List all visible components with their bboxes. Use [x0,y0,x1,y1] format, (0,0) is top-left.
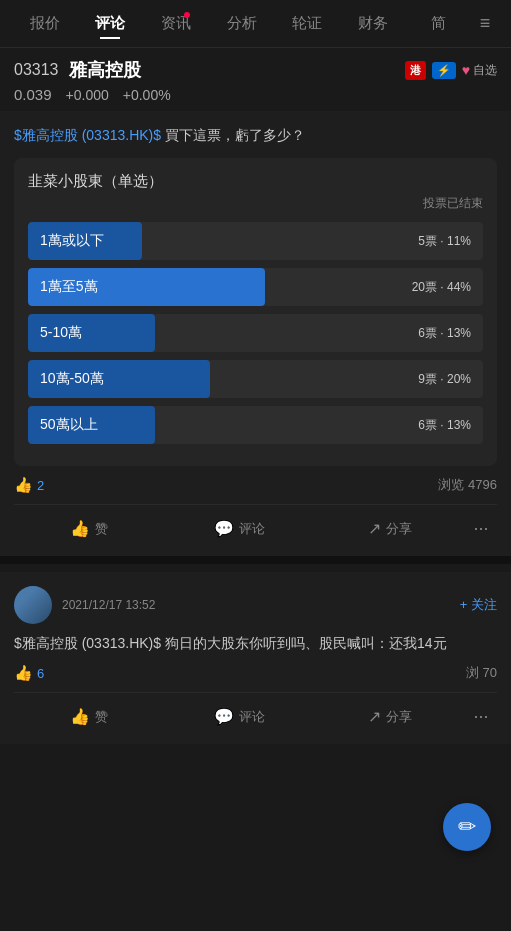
post2-card: 2021/12/17 13:52 + 关注 $雅高控股 (03313.HK)$ … [0,572,511,744]
heart-icon: ♥ [462,62,470,78]
nav-item-warrant[interactable]: 轮证 [274,10,340,37]
news-dot-indicator [184,12,190,18]
follow-badge[interactable]: ♥ 自选 [462,62,497,79]
thumbs-up-icon: 👍 [14,476,33,494]
poll-views: 浏览 4796 [438,476,497,494]
stock-badges: 港 ⚡ ♥ 自选 [405,61,497,80]
poll-option-2[interactable]: 1萬至5萬 20票 · 44% [28,268,483,306]
share-action[interactable]: ↗ 分享 [315,515,465,542]
poll-option-3-count: 6票 · 13% [418,325,483,342]
poll-post-meta: 👍 2 浏览 4796 [14,476,497,494]
post2-like-label: 赞 [95,708,108,726]
poll-post-text: $雅高控股 (03313.HK)$ 買下這票，虧了多少？ [14,125,497,146]
poll-option-1[interactable]: 1萬或以下 5票 · 11% [28,222,483,260]
poll-option-1-label: 1萬或以下 [28,232,418,250]
poll-status: 投票已结束 [28,195,483,212]
poll-widget: 韭菜小股東（单选） 投票已结束 1萬或以下 5票 · 11% 1萬至5萬 20票… [14,158,497,466]
stock-price: 0.039 [14,86,52,103]
more-action[interactable]: ··· [465,518,497,539]
share-label: 分享 [386,520,412,538]
post2-text: 狗日的大股东你听到吗、股民喊叫：还我14元 [165,635,447,651]
poll-option-5[interactable]: 50萬以上 6票 · 13% [28,406,483,444]
avatar-image [14,586,52,624]
nav-item-quote[interactable]: 报价 [12,10,78,37]
follow-label: 自选 [473,62,497,79]
poll-option-2-label: 1萬至5萬 [28,278,412,296]
poll-option-4-count: 9票 · 20% [418,371,483,388]
like-action[interactable]: 👍 赞 [14,515,164,542]
post2-content: $雅高控股 (03313.HK)$ 狗日的大股东你听到吗、股民喊叫：还我14元 [14,632,497,654]
post2-comment-icon: 💬 [214,707,234,726]
stock-change: +0.000 [66,87,109,103]
nav-item-comments[interactable]: 评论 [78,10,144,37]
follow-button[interactable]: + 关注 [460,596,497,614]
nav-item-brief[interactable]: 简 [405,10,471,37]
post2-share-label: 分享 [386,708,412,726]
nav-item-news[interactable]: 资讯 [143,10,209,37]
poll-post-question: 買下這票，虧了多少？ [165,127,305,143]
poll-option-3[interactable]: 5-10萬 6票 · 13% [28,314,483,352]
post2-meta-row: 👍 6 浏 70 [14,664,497,682]
like-icon: 👍 [70,519,90,538]
poll-option-5-label: 50萬以上 [28,416,418,434]
poll-option-5-count: 6票 · 13% [418,417,483,434]
compose-icon: ✏ [458,814,476,840]
poll-option-3-label: 5-10萬 [28,324,418,342]
post2-actions: 👍 赞 💬 评论 ↗ 分享 ··· [14,692,497,730]
poll-title: 韭菜小股東（单选） [28,172,483,191]
post2-share-icon: ↗ [368,707,381,726]
poll-post-actions: 👍 赞 💬 评论 ↗ 分享 ··· [14,504,497,542]
post2-likes: 👍 6 [14,664,44,682]
like-label: 赞 [95,520,108,538]
post2-header: 2021/12/17 13:52 + 关注 [14,586,497,624]
post2-timestamp: 2021/12/17 13:52 [62,598,460,612]
post2-views: 浏 70 [466,664,497,682]
post2-likes-count: 6 [37,666,44,681]
nav-item-finance[interactable]: 财务 [340,10,406,37]
share-icon: ↗ [368,519,381,538]
poll-option-2-count: 20票 · 44% [412,279,483,296]
top-navigation: 报价 评论 资讯 分析 轮证 财务 简 ≡ [0,0,511,48]
poll-post-card: $雅高控股 (03313.HK)$ 買下這票，虧了多少？ 韭菜小股東（单选） 投… [0,111,511,556]
post2-like-icon: 👍 [70,707,90,726]
poll-likes: 👍 2 [14,476,44,494]
post2-more-action[interactable]: ··· [465,706,497,727]
hamburger-menu-icon[interactable]: ≡ [471,13,499,34]
stock-code: 03313 [14,61,59,79]
comment-icon: 💬 [214,519,234,538]
comment-action[interactable]: 💬 评论 [164,515,314,542]
poll-likes-count: 2 [37,478,44,493]
compose-fab-button[interactable]: ✏ [443,803,491,851]
poll-option-4-label: 10萬-50萬 [28,370,418,388]
section-divider [0,556,511,564]
stock-change-pct: +0.00% [123,87,171,103]
post2-user-meta: 2021/12/17 13:52 [62,598,460,612]
avatar [14,586,52,624]
post2-comment-label: 评论 [239,708,265,726]
post2-comment-action[interactable]: 💬 评论 [164,703,314,730]
flash-badge: ⚡ [432,62,456,79]
stock-name: 雅高控股 [69,58,141,82]
poll-post-mention[interactable]: $雅高控股 (03313.HK)$ [14,127,161,143]
hk-badge: 港 [405,61,426,80]
comment-label: 评论 [239,520,265,538]
post2-like-action[interactable]: 👍 赞 [14,703,164,730]
post2-share-action[interactable]: ↗ 分享 [315,703,465,730]
nav-item-analysis[interactable]: 分析 [209,10,275,37]
thumbs-up-icon-2: 👍 [14,664,33,682]
post2-mention[interactable]: $雅高控股 (03313.HK)$ [14,635,161,651]
poll-option-1-count: 5票 · 11% [418,233,483,250]
stock-header: 03313 雅高控股 港 ⚡ ♥ 自选 0.039 +0.000 +0.00% [0,48,511,111]
poll-option-4[interactable]: 10萬-50萬 9票 · 20% [28,360,483,398]
